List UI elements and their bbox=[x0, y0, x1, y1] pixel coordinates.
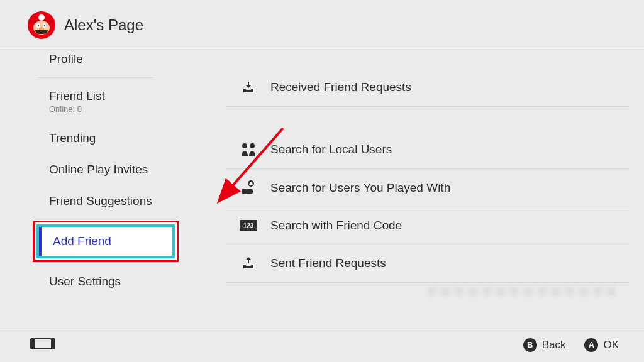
sidebar-item-online-play[interactable]: Online Play Invites bbox=[0, 154, 179, 185]
svg-rect-11 bbox=[31, 339, 34, 349]
sidebar-item-profile[interactable]: Profile bbox=[38, 48, 153, 78]
option-search-friend-code[interactable]: 123 Search with Friend Code bbox=[226, 207, 629, 244]
hint-label: Back bbox=[542, 339, 566, 351]
sidebar-item-trending[interactable]: Trending bbox=[0, 123, 179, 154]
svg-rect-12 bbox=[52, 339, 55, 349]
option-label: Search for Users You Played With bbox=[270, 181, 450, 195]
a-button-icon: A bbox=[584, 338, 598, 352]
page-title: Alex's Page bbox=[64, 16, 143, 34]
svg-point-3 bbox=[249, 182, 250, 184]
hint-ok[interactable]: A OK bbox=[584, 338, 619, 352]
svg-point-1 bbox=[250, 143, 255, 148]
blurred-text bbox=[428, 286, 616, 296]
sidebar-item-user-settings[interactable]: User Settings bbox=[0, 266, 179, 297]
svg-rect-10 bbox=[33, 339, 52, 349]
annotation-highlight-box: Add Friend bbox=[33, 221, 179, 262]
b-button-icon: B bbox=[523, 338, 537, 352]
local-users-icon bbox=[239, 142, 258, 157]
svg-point-2 bbox=[248, 181, 253, 186]
svg-text:123: 123 bbox=[243, 222, 254, 229]
option-search-local[interactable]: Search for Local Users bbox=[226, 131, 629, 169]
hint-back[interactable]: B Back bbox=[523, 338, 566, 352]
mario-icon bbox=[28, 11, 55, 39]
sidebar-item-add-friend[interactable]: Add Friend bbox=[39, 227, 172, 256]
sidebar-item-friend-suggestions[interactable]: Friend Suggestions bbox=[0, 185, 179, 217]
inbox-download-icon bbox=[239, 80, 258, 95]
outbox-upload-icon bbox=[239, 256, 258, 271]
option-search-played[interactable]: Search for Users You Played With bbox=[226, 169, 629, 207]
controller-icon[interactable] bbox=[30, 337, 55, 353]
friend-code-icon: 123 bbox=[239, 220, 258, 231]
option-label: Received Friend Requests bbox=[270, 80, 411, 94]
svg-point-4 bbox=[252, 182, 253, 184]
svg-rect-5 bbox=[242, 189, 253, 194]
sidebar-item-label: Add Friend bbox=[53, 234, 111, 248]
sidebar-item-add-friend-highlight: Add Friend bbox=[33, 221, 179, 262]
option-label: Sent Friend Requests bbox=[270, 256, 386, 270]
svg-point-0 bbox=[242, 143, 247, 148]
main-panel: Received Friend Requests Search for Loca… bbox=[189, 48, 629, 325]
avatar[interactable] bbox=[28, 11, 55, 39]
sidebar: Profile Friend List Online: 0 Trending O… bbox=[0, 48, 189, 325]
header: Alex's Page bbox=[0, 0, 644, 48]
option-label: Search with Friend Code bbox=[270, 219, 402, 233]
sidebar-item-sublabel: Online: 0 bbox=[49, 104, 179, 114]
option-received-requests[interactable]: Received Friend Requests bbox=[226, 69, 629, 107]
hint-label: OK bbox=[603, 339, 619, 351]
played-with-icon bbox=[239, 180, 258, 195]
option-label: Search for Local Users bbox=[270, 143, 392, 156]
sidebar-item-label: Friend List bbox=[49, 89, 179, 103]
footer: B Back A OK bbox=[0, 327, 644, 362]
option-sent-requests[interactable]: Sent Friend Requests bbox=[226, 244, 629, 283]
sidebar-item-friend-list[interactable]: Friend List Online: 0 bbox=[0, 80, 179, 123]
